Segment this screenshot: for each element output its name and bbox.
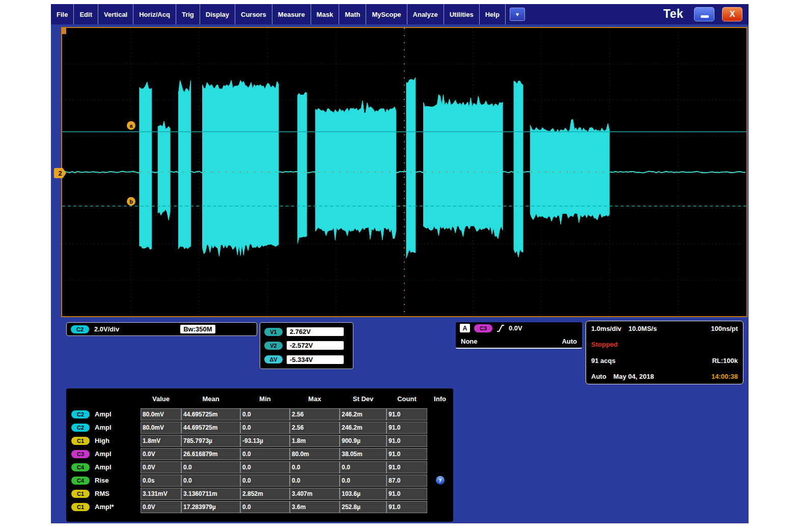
menu-item-horizacq[interactable]: Horiz/Acq [133,4,176,24]
measurement-label: C1Ampl* [68,503,141,511]
trigger-level: 0.0V [509,324,522,332]
measurement-cell: 0.0 [240,422,290,434]
measurement-cell: 1.8m [290,435,340,447]
measurement-cell: 0.0 [290,461,340,473]
menu-bar-items: FileEditVerticalHoriz/AcqTrigDisplayCurs… [51,4,525,24]
oscilloscope-window: FileEditVerticalHoriz/AcqTrigDisplayCurs… [51,4,749,523]
measurement-name: Rise [95,477,108,484]
measurement-cell: 0.0V [141,461,181,473]
measurement-label: C4Rise [68,477,141,485]
measurement-cell: 26.616879m [181,448,240,460]
measurement-cell: 252.8µ [340,501,386,513]
trigger-source-badge[interactable]: C3 [474,324,492,332]
acquisition-panel: 1.0ms/div 10.0MS/s 100ns/pt Stopped 91 a… [586,321,743,384]
measurement-label: C2Ampl [68,424,141,432]
info-cell [427,501,453,513]
menu-item-myscope[interactable]: MyScope [366,4,407,24]
channel-badge-c2: C2 [71,424,90,432]
measurement-cell: -93.13µ [240,435,290,447]
measurement-cell: 0.0s [141,474,181,487]
measurement-cell: 246.2m [340,408,386,421]
measurement-name: RMS [95,490,109,497]
measurement-cell: 0.0 [181,461,240,473]
tek-logo: Tek [663,7,683,21]
info-cell [427,422,453,434]
measurement-cell: 91.0 [386,448,427,460]
measurement-cell: 91.0 [386,435,427,447]
time-value: 14:00:38 [711,373,738,380]
measurement-cell: 1.8mV [141,435,181,447]
measurement-row: C2Ampl80.0mV44.695725m0.02.56246.2m91.0 [68,421,453,434]
menu-item-edit[interactable]: Edit [74,4,98,24]
measurement-row: C2Ampl80.0mV44.695725m0.02.56246.2m91.0 [68,408,453,421]
menu-item-math[interactable]: Math [339,4,366,24]
measurement-label: C2Ampl [68,410,141,418]
trigger-readout[interactable]: A C3 0.0V None Auto [456,322,582,349]
menu-item-utilities[interactable]: Utilities [444,4,480,24]
measurement-name: Ampl* [95,503,114,511]
close-button[interactable]: X [722,7,742,21]
channel-2-badge[interactable]: C2 [71,325,89,333]
measurement-cell: 2.56 [290,408,340,421]
channel-badge-c4: C4 [71,477,90,485]
measurement-cell: 900.9µ [340,435,386,447]
rising-edge-icon [496,324,505,332]
menu-item-trig[interactable]: Trig [176,4,200,24]
measurement-name: Ampl [95,424,112,431]
channel-badge-c1: C1 [71,490,90,498]
measurement-label: C3Ampl [68,450,141,458]
measurement-cell: 0.0 [290,474,340,487]
menu-item-vertical[interactable]: Vertical [98,4,133,24]
column-header-info: Info [427,395,453,403]
v1-badge: V1 [264,328,283,336]
acq-state: Stopped [591,341,618,348]
measurement-cell: 3.131mV [141,488,181,500]
menu-dropdown-button[interactable]: ▼ [510,8,525,21]
column-header-stdev: St Dev [340,395,386,403]
column-header-value: Value [141,395,181,403]
date-value: May 04, 2018 [614,373,654,380]
measurement-name: Ampl [95,410,112,418]
measurement-label: C1High [68,437,141,445]
record-length: RL:100k [712,357,738,365]
info-cell [427,488,453,500]
measurement-cell: 785.7973µ [181,435,240,447]
info-cell [427,461,453,473]
menu-item-display[interactable]: Display [200,4,235,24]
channel-2-readout[interactable]: C2 2.0V/div Bw:350M [66,322,257,336]
menu-item-cursors[interactable]: Cursors [235,4,272,24]
datetime-row: Auto May 04, 2018 14:00:38 [591,373,738,380]
menu-item-mask[interactable]: Mask [311,4,340,24]
measurement-row: C3Ampl0.0V26.616879m0.080.0m38.05m91.0 [68,447,453,460]
cursor-readout: V1 2.762V V2 -2.572V ΔV -5.334V [260,322,353,369]
channel-badge-c3: C3 [71,450,90,458]
channel-badge-c2: C2 [71,410,90,418]
menu-item-file[interactable]: File [51,4,74,24]
v2-value: -2.572V [287,341,344,350]
info-icon[interactable]: ? [436,476,445,485]
measurement-name: Ampl [95,463,112,471]
close-icon: X [730,10,735,19]
menu-item-analyze[interactable]: Analyze [407,4,444,24]
menu-item-measure[interactable]: Measure [272,4,311,24]
measurement-cell: 80.0mV [141,408,181,421]
waveform-display[interactable]: a b 2 [61,27,748,317]
info-cell [427,408,453,421]
bandwidth-button[interactable]: Bw:350M [180,325,215,333]
menu-item-help[interactable]: Help [480,4,506,24]
measurement-cell: 0.0 [181,474,240,487]
info-cell [427,448,453,460]
delta-v-badge: ΔV [264,355,283,363]
delta-v-value: -5.334V [287,355,344,364]
minimize-button[interactable] [694,7,714,21]
samplerate-value: 10.0MS/s [628,325,657,332]
measurement-cell: 0.0V [141,448,181,460]
cursor-v1-row: V1 2.762V [264,327,349,336]
measurement-name: Ampl [95,450,112,458]
measurement-label: C1RMS [68,490,141,498]
measurement-cell: 44.695725m [181,422,240,434]
measurement-row: C4Ampl0.0V0.00.00.00.091.0 [68,461,453,473]
trigger-settings-row: A C3 0.0V [460,324,578,332]
measurement-cell: 246.2m [340,422,386,434]
acq-count-row: 91 acqs RL:100k [591,357,738,365]
